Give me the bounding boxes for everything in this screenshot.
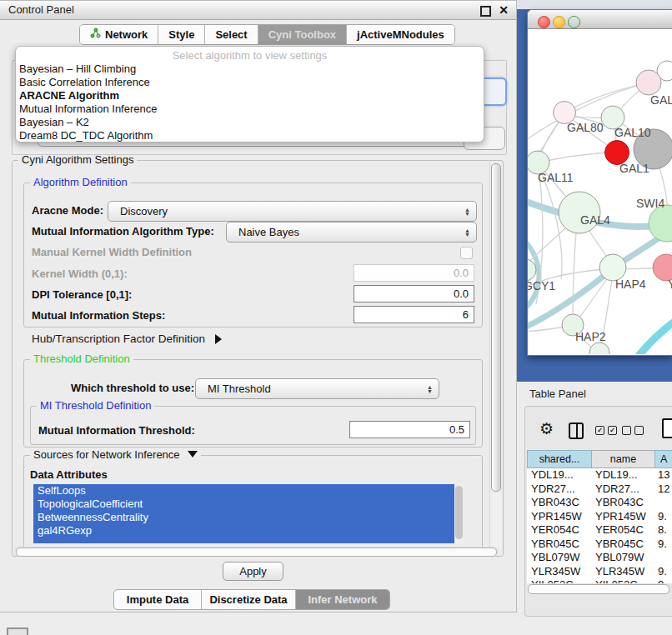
list-item-partial[interactable] [33,538,455,543]
combo-arrows-icon: ▲▼ [427,385,439,393]
gear-icon[interactable]: ⚙ [539,421,554,437]
table-hscrollbar-thumb[interactable] [528,584,669,594]
tab-label: Select [215,25,247,44]
apply-button[interactable]: Apply [223,562,283,581]
table-panel-title: Table Panel [529,388,586,400]
table-row[interactable]: YPR145WYPR145W9. [527,510,672,524]
unchecked-box-icon [622,426,631,435]
node-label: Y [668,278,672,291]
mi-type-value: Naive Bayes [227,226,299,238]
cyni-settings-title: Cyni Algorithm Settings [18,154,137,166]
tab-impute-data[interactable]: Impute Data [114,590,202,609]
hub-expander[interactable]: Hub/Transcription Factor Definition [32,332,222,345]
checked-box-icon: ✓ [595,426,604,435]
column-header-shared-name[interactable]: shared... [527,450,591,468]
data-attributes-list: SelfLoops TopologicalCoefficient Between… [33,484,464,543]
hub-expander-label: Hub/Transcription Factor Definition [32,332,205,345]
desktop-top-strip [517,0,672,9]
algorithm-option[interactable]: Bayesian – Hill Climbing [19,62,478,76]
table-row[interactable]: YDL19...YDL19...13 [527,468,672,482]
algorithm-definition-title: Algorithm Definition [30,177,131,188]
table-panel-body: ⚙ ✓ ✓ shared... name A YDL19...YDL19...1… [524,406,672,617]
control-panel-title: Control Panel [8,1,74,19]
expander-right-icon [215,334,222,344]
mi-steps-field[interactable]: 6 [354,306,474,323]
sources-expander[interactable]: Sources for Network Inference [30,449,201,461]
column-header-name[interactable]: name [591,450,654,468]
unchecked-box-icon [634,426,644,435]
list-item[interactable]: gal4RGexp [33,524,455,538]
mi-type-select[interactable]: Naive Bayes ▲▼ [226,222,477,242]
network-node-pink[interactable] [636,70,661,95]
tab-network[interactable]: Network [80,25,158,44]
dpi-tolerance-field[interactable]: 0.0 [354,285,474,302]
minimize-traffic-light[interactable] [553,16,565,28]
settings-scrollbar-thumb[interactable] [491,163,501,492]
table-row[interactable]: YLR345WYLR345W9. [527,565,672,579]
tab-style[interactable]: Style [158,25,205,44]
table-row[interactable]: YBL079WYBL079W [527,551,672,565]
network-node-gal4[interactable] [559,192,600,233]
tab-jactivemnodules[interactable]: jActiveMNodules [347,25,454,44]
list-item[interactable]: SelfLoops [33,484,455,498]
table-body: YDL19...YDL19...13 YDR27...YDR27...12 YB… [527,468,672,583]
settings-hscrollbar-thumb[interactable] [16,548,497,557]
file-icon[interactable] [662,418,672,438]
algorithm-option[interactable]: Mutual Information Inference [19,102,478,116]
network-node-partial-bottom[interactable] [589,342,609,354]
bottom-tabbar: Impute Data Discretize Data Infer Networ… [113,589,390,610]
deselect-all-columns-icon[interactable] [622,426,644,435]
zoom-traffic-light[interactable] [568,16,580,28]
table-row[interactable]: YDR27...YDR27...12 [527,482,672,497]
algorithm-dropdown-list: Select algorithm to view settings Bayesi… [15,46,484,142]
list-scrollbar-track[interactable] [454,484,464,543]
tab-discretize-data[interactable]: Discretize Data [202,590,296,609]
table-row[interactable]: YER054CYER054C8. [527,523,672,538]
screenshot-root: Control Panel ✕ Network Style Select [0,0,672,635]
close-traffic-light[interactable] [538,16,550,28]
manual-kernel-label: Manual Kernel Width Definition [32,246,192,258]
which-threshold-select[interactable]: MI Threshold ▲▼ [195,378,439,399]
columns-icon[interactable] [569,422,584,439]
aracne-mode-select[interactable]: Discovery ▲▼ [108,201,477,222]
close-icon[interactable]: ✕ [499,2,509,18]
table-panel: Table Panel ⚙ ✓ ✓ shared... name A YDL19… [517,382,672,618]
list-item[interactable]: TopologicalCoefficient [33,498,455,511]
tab-label: jActiveMNodules [357,25,444,44]
data-attributes-label: Data Attributes [30,468,108,481]
node-label: GAL10 [614,126,651,139]
tab-select[interactable]: Select [205,25,258,44]
mi-threshold-field[interactable]: 0.5 [349,421,470,438]
float-window-icon[interactable] [480,6,491,17]
node-label: GAL11 [538,171,574,184]
tab-infer-network[interactable]: Infer Network [296,590,389,609]
table-header-row: shared... name A [527,450,672,468]
network-graph: GAL GAL80 GAL10 GAL1 GAL11 SWI4 GAL4 GCY… [528,29,672,354]
column-header-partial[interactable]: A [654,450,672,468]
bottom-left-widget[interactable] [7,628,28,635]
tab-cyni-toolbox[interactable]: Cyni Toolbox [258,25,347,44]
kernel-width-field[interactable]: 0.0 [354,264,474,282]
algorithm-option[interactable]: Bayesian – K2 [19,116,478,129]
select-all-columns-icon[interactable]: ✓ ✓ [595,426,617,435]
algorithm-option-selected[interactable]: ARACNE Algorithm [19,89,478,102]
node-label: HAP2 [575,330,606,343]
network-edge-cyan[interactable] [634,319,672,354]
node-label: GAL [650,93,672,107]
network-node-swi4[interactable] [649,205,672,242]
table-row[interactable]: YBR045CYBR045C9. [527,538,672,552]
manual-kernel-checkbox[interactable] [460,247,473,259]
control-panel-titlebar: Control Panel ✕ [0,1,516,20]
control-panel-tabbar: Network Style Select Cyni Toolbox jActiv… [79,24,455,45]
dpi-tolerance-label: DPI Tolerance [0,1]: [32,288,132,301]
list-item[interactable]: BetweennessCentrality [33,511,455,524]
threshold-definition-title: Threshold Definition [30,353,133,365]
tab-label: Style [168,25,194,44]
network-icon [90,25,101,44]
node-label: HAP4 [615,278,646,291]
algorithm-option[interactable]: Dream8 DC_TDC Algorithm [19,129,478,142]
list-scrollbar-thumb[interactable] [455,486,463,539]
network-canvas[interactable]: GAL GAL80 GAL10 GAL1 GAL11 SWI4 GAL4 GCY… [528,29,672,354]
algorithm-option[interactable]: Basic Correlation Inference [19,76,478,89]
table-row[interactable]: YBR043CYBR043C [527,496,672,510]
